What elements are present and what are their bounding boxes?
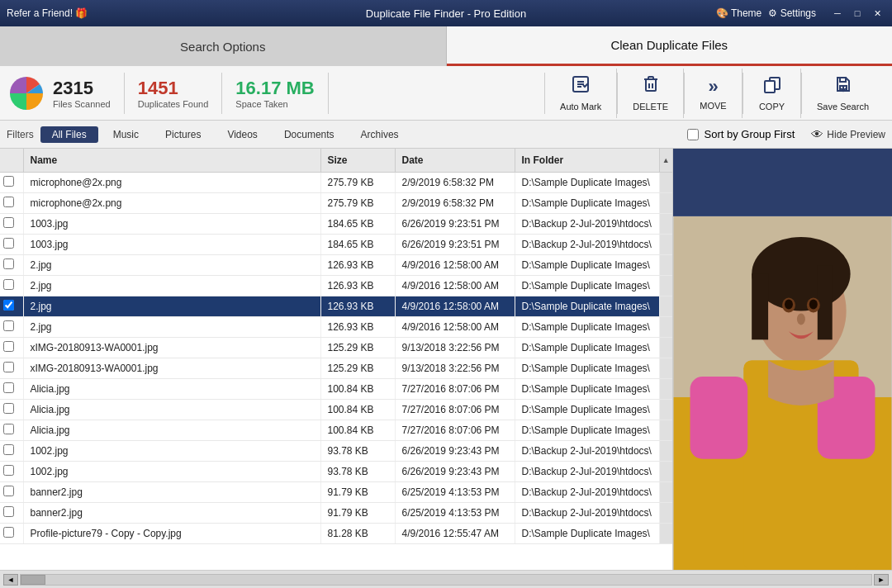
table-scroll-area[interactable]: microphone@2x.png 275.79 KB 2/9/2019 6:5…	[0, 173, 672, 570]
app-title: Duplicate File Finder - Pro Edition	[366, 7, 526, 20]
tab-search-options[interactable]: Search Options	[0, 26, 447, 66]
title-bar: Refer a Friend! 🎁 Duplicate File Finder …	[0, 0, 892, 26]
file-size-cell: 91.79 KB	[320, 482, 395, 503]
row-scroll-col	[659, 441, 672, 462]
refer-friend-button[interactable]: Refer a Friend! 🎁	[7, 7, 88, 19]
filter-music[interactable]: Music	[102, 126, 150, 143]
preview-top-area	[673, 149, 892, 216]
table-row[interactable]: Alicia.jpg 100.84 KB 7/27/2016 8:07:06 P…	[0, 400, 672, 420]
horizontal-scrollbar-thumb[interactable]	[21, 575, 45, 585]
svg-rect-5	[646, 79, 656, 91]
file-date-cell: 6/25/2019 4:13:53 PM	[395, 482, 515, 503]
title-bar-right: 🎨 Theme ⚙ Settings ─ □ ✕	[716, 5, 885, 21]
maximize-button[interactable]: □	[849, 5, 866, 21]
file-folder-cell: D:\Sample Duplicate Images\	[515, 173, 659, 193]
row-checkbox[interactable]	[3, 238, 14, 249]
filter-archives[interactable]: Archives	[349, 126, 410, 143]
table-row[interactable]: xIMG-20180913-WA0001.jpg 125.29 KB 9/13/…	[0, 338, 672, 358]
filter-pictures[interactable]: Pictures	[154, 126, 212, 143]
row-checkbox[interactable]	[3, 486, 14, 496]
row-checkbox[interactable]	[3, 465, 14, 476]
row-checkbox[interactable]	[3, 424, 14, 434]
row-checkbox[interactable]	[3, 279, 14, 290]
row-scroll-col	[659, 503, 672, 524]
tab-clean-duplicate[interactable]: Clean Duplicate Files	[447, 26, 893, 66]
svg-rect-20	[690, 377, 748, 459]
row-checkbox[interactable]	[3, 341, 14, 352]
header-folder[interactable]: In Folder	[515, 149, 659, 173]
stats-bar: 2315 Files Scanned 1451 Duplicates Found…	[0, 66, 892, 121]
row-checkbox[interactable]	[3, 176, 14, 187]
row-checkbox[interactable]	[3, 320, 14, 331]
move-button[interactable]: » MOVE	[685, 69, 743, 118]
row-scroll-col	[659, 255, 672, 276]
header-date[interactable]: Date	[395, 149, 515, 173]
table-row[interactable]: banner2.jpg 91.79 KB 6/25/2019 4:13:53 P…	[0, 503, 672, 524]
header-size[interactable]: Size	[320, 149, 395, 173]
close-button[interactable]: ✕	[869, 5, 885, 21]
file-folder-cell: D:\Backup 2-Jul-2019\htdocs\	[515, 482, 659, 503]
delete-button[interactable]: DELETE	[618, 69, 684, 118]
header-name[interactable]: Name	[23, 149, 320, 173]
table-row[interactable]: 2.jpg 126.93 KB 4/9/2016 12:58:00 AM D:\…	[0, 317, 672, 338]
row-scroll-col	[659, 214, 672, 235]
copy-button[interactable]: COPY	[743, 69, 801, 118]
horizontal-scrollbar-track[interactable]	[20, 574, 872, 586]
filter-videos[interactable]: Videos	[216, 126, 268, 143]
table-row[interactable]: 1002.jpg 93.78 KB 6/26/2019 9:23:43 PM D…	[0, 462, 672, 482]
hide-preview-button[interactable]: 👁 Hide Preview	[811, 127, 885, 141]
file-size-cell: 275.79 KB	[320, 193, 395, 214]
row-checkbox[interactable]	[3, 506, 14, 517]
table-row[interactable]: xIMG-20180913-WA0001.jpg 125.29 KB 9/13/…	[0, 358, 672, 379]
row-checkbox[interactable]	[3, 217, 14, 228]
settings-button[interactable]: ⚙ Settings	[768, 7, 816, 19]
theme-button[interactable]: 🎨 Theme	[716, 7, 762, 19]
file-table: Name Size Date In Folder ▲	[0, 149, 672, 173]
table-row[interactable]: microphone@2x.png 275.79 KB 2/9/2019 6:5…	[0, 193, 672, 214]
file-name-cell: microphone@2x.png	[23, 193, 320, 214]
save-search-button[interactable]: Save Search	[802, 69, 884, 118]
file-folder-cell: D:\Sample Duplicate Images\	[515, 379, 659, 400]
table-row[interactable]: 2.jpg 126.93 KB 4/9/2016 12:58:00 AM D:\…	[0, 276, 672, 296]
row-checkbox[interactable]	[3, 527, 14, 538]
row-checkbox[interactable]	[3, 300, 14, 311]
file-name-cell: 2.jpg	[23, 276, 320, 296]
table-row[interactable]: 1003.jpg 184.65 KB 6/26/2019 9:23:51 PM …	[0, 214, 672, 235]
minimize-button[interactable]: ─	[829, 5, 846, 21]
sort-by-group-label: Sort by Group First	[704, 128, 795, 140]
status-bar: ◄ ►	[0, 570, 892, 588]
table-row[interactable]: 1002.jpg 93.78 KB 6/26/2019 9:23:43 PM D…	[0, 441, 672, 462]
table-row[interactable]: Profile-picture79 - Copy - Copy.jpg 81.2…	[0, 524, 672, 544]
scroll-up-indicator[interactable]: ▲	[660, 149, 673, 172]
header-checkbox-col	[0, 149, 23, 173]
file-date-cell: 7/27/2016 8:07:06 PM	[395, 379, 515, 400]
row-checkbox[interactable]	[3, 444, 14, 455]
filter-bar: Filters All Files Music Pictures Videos …	[0, 121, 892, 149]
row-checkbox[interactable]	[3, 197, 14, 207]
scroll-right-button[interactable]: ►	[874, 574, 889, 586]
filter-documents[interactable]: Documents	[273, 126, 346, 143]
table-row[interactable]: Alicia.jpg 100.84 KB 7/27/2016 8:07:06 P…	[0, 379, 672, 400]
row-checkbox[interactable]	[3, 382, 14, 393]
file-table-body: microphone@2x.png 275.79 KB 2/9/2019 6:5…	[0, 173, 672, 544]
file-size-cell: 126.93 KB	[320, 317, 395, 338]
table-row[interactable]: microphone@2x.png 275.79 KB 2/9/2019 6:5…	[0, 173, 672, 193]
file-size-cell: 100.84 KB	[320, 379, 395, 400]
filter-all-files[interactable]: All Files	[40, 126, 98, 143]
table-row[interactable]: 1003.jpg 184.65 KB 6/26/2019 9:23:51 PM …	[0, 235, 672, 255]
file-size-cell: 275.79 KB	[320, 173, 395, 193]
table-row[interactable]: 2.jpg 126.93 KB 4/9/2016 12:58:00 AM D:\…	[0, 296, 672, 317]
file-list: Name Size Date In Folder ▲	[0, 149, 673, 570]
auto-mark-button[interactable]: Auto Mark	[545, 69, 617, 118]
table-row[interactable]: 2.jpg 126.93 KB 4/9/2016 12:58:00 AM D:\…	[0, 255, 672, 276]
row-checkbox[interactable]	[3, 362, 14, 372]
file-folder-cell: D:\Sample Duplicate Images\	[515, 193, 659, 214]
scroll-left-button[interactable]: ◄	[3, 574, 18, 586]
row-checkbox[interactable]	[3, 403, 14, 414]
sort-by-group-checkbox[interactable]	[687, 129, 699, 140]
row-checkbox[interactable]	[3, 258, 14, 269]
table-row[interactable]: Alicia.jpg 100.84 KB 7/27/2016 8:07:06 P…	[0, 420, 672, 441]
duplicates-found-text: 1451 Duplicates Found	[138, 78, 209, 109]
table-row[interactable]: banner2.jpg 91.79 KB 6/25/2019 4:13:53 P…	[0, 482, 672, 503]
file-size-cell: 93.78 KB	[320, 441, 395, 462]
